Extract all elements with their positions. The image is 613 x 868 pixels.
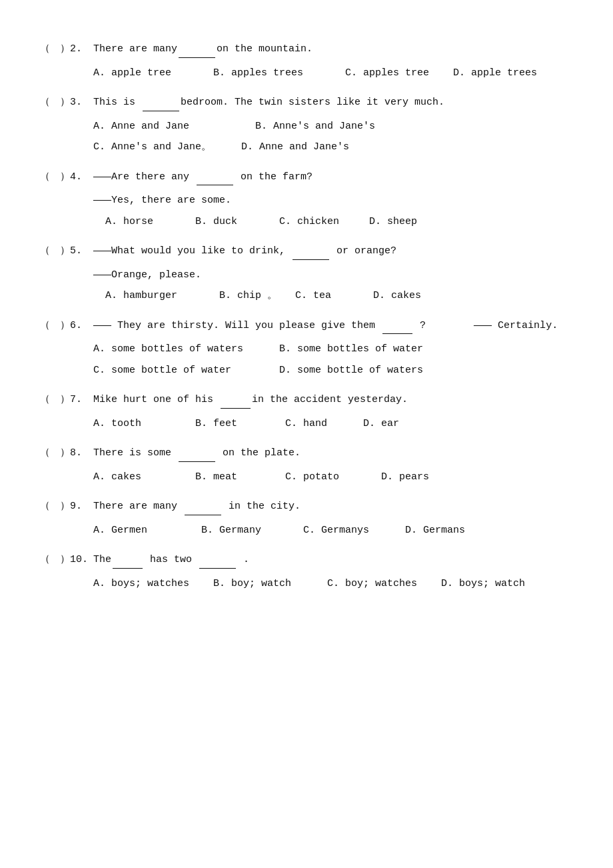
question-10-text: The has two . xyxy=(93,551,573,569)
question-3-text: This is bedroom. The twin sisters like i… xyxy=(93,93,573,111)
blank-q6 xyxy=(382,317,412,335)
question-4-bracket: （ ）4. xyxy=(40,169,93,186)
question-6-options-a: A. some bottles of waters B. some bottle… xyxy=(93,341,573,358)
question-10-options: A. boys; watches B. boy; watch C. boy; w… xyxy=(93,575,573,593)
blank-q5 xyxy=(293,242,329,260)
question-8: （ ）8. There is some on the plate. A. cak… xyxy=(40,444,573,485)
question-4-text: ———Are there any on the farm? xyxy=(93,168,573,186)
question-5-bracket: （ ）5. xyxy=(40,243,93,260)
question-3-options-b: C. Anne's and Jane。 D. Anne and Jane's xyxy=(93,139,573,156)
question-7-options: A. tooth B. feet C. hand D. ear xyxy=(93,415,573,433)
question-8-bracket: （ ）8. xyxy=(40,445,93,462)
blank-q4 xyxy=(197,168,233,186)
question-4-sub: ———Yes, there are some. xyxy=(93,192,573,209)
question-4-options: A. horse B. duck C. chicken D. sheep xyxy=(93,213,573,231)
question-10-line: （ ）10. The has two . xyxy=(40,551,573,569)
question-3: （ ）3. This is bedroom. The twin sisters … xyxy=(40,93,573,156)
question-7: （ ）7. Mike hurt one of his in the accide… xyxy=(40,391,573,432)
blank-q10a xyxy=(113,551,143,569)
question-7-line: （ ）7. Mike hurt one of his in the accide… xyxy=(40,391,573,409)
question-7-bracket: （ ）7. xyxy=(40,391,93,409)
question-5-text: ———What would you like to drink, or oran… xyxy=(93,242,573,260)
question-2-options: A. apple tree B. apples trees C. apples … xyxy=(93,65,573,82)
question-5-line: （ ）5. ———What would you like to drink, o… xyxy=(40,242,573,260)
question-6-bracket: （ ）6. xyxy=(40,317,93,335)
blank-q2 xyxy=(179,40,215,58)
question-6-text: ——— They are thirsty. Will you please gi… xyxy=(93,317,573,335)
question-6: （ ）6. ——— They are thirsty. Will you ple… xyxy=(40,317,573,379)
question-4-line: （ ）4. ———Are there any on the farm? xyxy=(40,168,573,186)
question-4: （ ）4. ———Are there any on the farm? ———Y… xyxy=(40,168,573,231)
blank-q7 xyxy=(221,391,251,409)
question-10-bracket: （ ）10. xyxy=(40,551,93,569)
question-2: （ ）2. There are many on the mountain. A.… xyxy=(40,40,573,81)
question-9-line: （ ）9. There are many in the city. xyxy=(40,497,573,515)
blank-q9 xyxy=(185,497,221,515)
question-6-line: （ ）6. ——— They are thirsty. Will you ple… xyxy=(40,317,573,335)
question-10: （ ）10. The has two . A. boys; watches B.… xyxy=(40,551,573,592)
question-3-line: （ ）3. This is bedroom. The twin sisters … xyxy=(40,93,573,111)
blank-q3 xyxy=(143,93,179,111)
question-2-text: There are many on the mountain. xyxy=(93,40,573,58)
question-2-line: （ ）2. There are many on the mountain. xyxy=(40,40,573,58)
question-3-bracket: （ ）3. xyxy=(40,94,93,111)
blank-q10b xyxy=(199,551,236,569)
question-9-text: There are many in the city. xyxy=(93,497,573,515)
blank-q8 xyxy=(179,444,215,462)
question-5-sub: ———Orange, please. xyxy=(93,267,573,284)
question-9-bracket: （ ）9. xyxy=(40,498,93,515)
question-5: （ ）5. ———What would you like to drink, o… xyxy=(40,242,573,305)
question-5-options: A. hamburger B. chip 。 C. tea D. cakes xyxy=(93,287,573,305)
question-8-options: A. cakes B. meat C. potato D. pears xyxy=(93,469,573,486)
question-7-text: Mike hurt one of his in the accident yes… xyxy=(93,391,573,409)
question-8-text: There is some on the plate. xyxy=(93,444,573,462)
question-3-options-a: A. Anne and Jane B. Anne's and Jane's xyxy=(93,118,573,135)
question-9: （ ）9. There are many in the city. A. Ger… xyxy=(40,497,573,539)
question-8-line: （ ）8. There is some on the plate. xyxy=(40,444,573,462)
question-9-options: A. Germen B. Germany C. Germanys D. Germ… xyxy=(93,522,573,539)
question-6-options-b: C. some bottle of water D. some bottle o… xyxy=(93,362,573,379)
question-2-bracket: （ ）2. xyxy=(40,41,93,58)
